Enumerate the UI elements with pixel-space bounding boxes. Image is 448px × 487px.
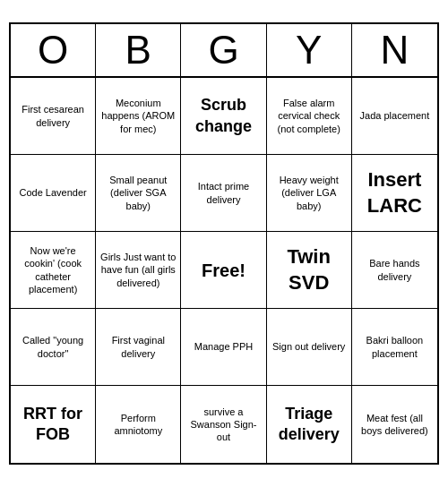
header-letter: Y [267,24,352,76]
header-letter: B [96,24,181,76]
bingo-cell[interactable]: False alarm cervical check (not complete… [267,78,352,155]
bingo-cell[interactable]: First cesarean delivery [11,78,96,155]
bingo-cell[interactable]: Now we're cookin' (cook catheter placeme… [11,232,96,309]
bingo-cell[interactable]: Bakri balloon placement [352,309,437,386]
bingo-cell[interactable]: Scrub change [181,78,266,155]
bingo-cell[interactable]: Girls Just want to have fun (all girls d… [96,232,181,309]
bingo-grid: First cesarean deliveryMeconium happens … [11,78,437,463]
bingo-cell[interactable]: Meat fest (all boys delivered) [352,386,437,463]
bingo-cell[interactable]: Insert LARC [352,155,437,232]
bingo-card: OBGYN First cesarean deliveryMeconium ha… [9,22,439,465]
bingo-cell[interactable]: Meconium happens (AROM for mec) [96,78,181,155]
bingo-cell[interactable]: Called "young doctor" [11,309,96,386]
bingo-cell[interactable]: Free! [181,232,266,309]
bingo-cell[interactable]: Manage PPH [181,309,266,386]
bingo-cell[interactable]: RRT for FOB [11,386,96,463]
bingo-cell[interactable]: Heavy weight (deliver LGA baby) [267,155,352,232]
bingo-cell[interactable]: Intact prime delivery [181,155,266,232]
bingo-cell[interactable]: survive a Swanson Sign-out [181,386,266,463]
bingo-header: OBGYN [11,24,437,78]
header-letter: N [352,24,437,76]
bingo-cell[interactable]: Jada placement [352,78,437,155]
bingo-cell[interactable]: Triage delivery [267,386,352,463]
bingo-cell[interactable]: First vaginal delivery [96,309,181,386]
bingo-cell[interactable]: Sign out delivery [267,309,352,386]
header-letter: G [181,24,266,76]
bingo-cell[interactable]: Bare hands delivery [352,232,437,309]
bingo-cell[interactable]: Twin SVD [267,232,352,309]
bingo-cell[interactable]: Perform amniotomy [96,386,181,463]
bingo-cell[interactable]: Code Lavender [11,155,96,232]
bingo-cell[interactable]: Small peanut (deliver SGA baby) [96,155,181,232]
header-letter: O [11,24,96,76]
